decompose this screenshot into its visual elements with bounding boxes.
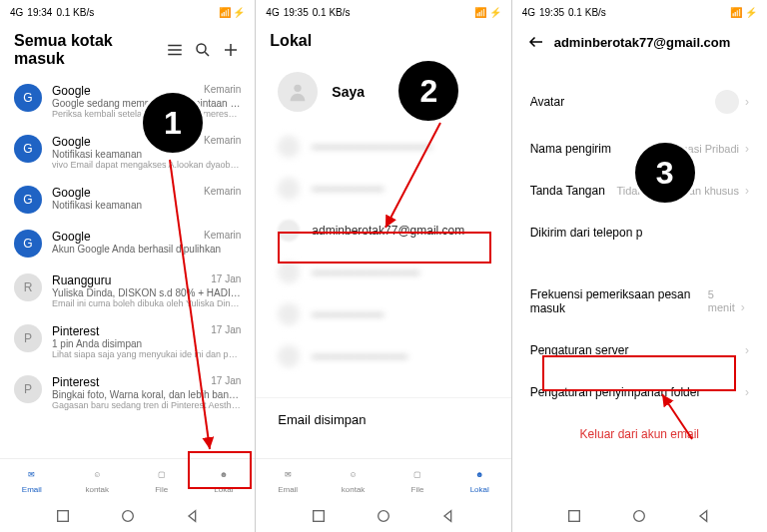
svg-rect-8 xyxy=(569,511,580,522)
account-email: adminberotak77@gmail.com xyxy=(312,224,464,238)
system-nav xyxy=(512,500,767,532)
sender: Google xyxy=(52,230,91,244)
preview: Gagasan baru sedang tren di Pinterest Ae… xyxy=(52,400,241,410)
account-row-selected[interactable]: adminberotak77@gmail.com xyxy=(256,210,510,252)
step-badge-1: 1 xyxy=(140,90,206,156)
nav-file[interactable]: ▢File xyxy=(408,465,426,494)
date: Kemarin xyxy=(204,186,241,200)
nav-lokal[interactable]: ☻Lokal xyxy=(470,465,489,494)
avatar-icon: G xyxy=(14,135,42,163)
chevron-right-icon: › xyxy=(745,142,749,156)
network-icon: 4G xyxy=(266,7,279,18)
status-speed: 0.1 KB/s xyxy=(56,7,94,18)
email-item[interactable]: RRuangguru17 JanYuliska Dinda, DISKON s.… xyxy=(0,266,255,316)
search-icon[interactable] xyxy=(193,40,213,60)
nav-email[interactable]: ✉Email xyxy=(278,465,298,494)
subject: Akun Google Anda berhasil dipulihkan xyxy=(52,244,241,255)
back-icon[interactable] xyxy=(185,508,201,524)
menu-icon[interactable] xyxy=(165,40,185,60)
avatar-icon: G xyxy=(14,186,42,214)
sender: Google xyxy=(52,84,91,98)
nav-lokal[interactable]: ☻Lokal xyxy=(214,465,233,494)
network-icon: 4G xyxy=(522,7,535,18)
status-bar: 4G19:340.1 KB/s 📶 ⚡ xyxy=(0,0,255,24)
status-time: 19:35 xyxy=(539,7,564,18)
status-speed: 0.1 KB/s xyxy=(568,7,606,18)
mail-icon xyxy=(278,262,300,283)
back-icon[interactable] xyxy=(526,32,546,52)
recent-icon[interactable] xyxy=(311,508,327,524)
subject: Notifikasi keamanan xyxy=(52,149,241,160)
email-item[interactable]: GGoogleKemarinGoogle sedang memproses pe… xyxy=(0,76,255,127)
sender: Google xyxy=(52,135,91,149)
status-time: 19:34 xyxy=(27,7,52,18)
subject: 1 pin Anda disimpan xyxy=(52,338,241,349)
profile-section[interactable]: Saya xyxy=(256,58,510,126)
home-icon[interactable] xyxy=(376,508,391,524)
settings-folder[interactable]: Pengaturan penyimpanan folder› xyxy=(512,371,767,413)
email-item[interactable]: GGoogleKemarinAkun Google Anda berhasil … xyxy=(0,222,255,266)
contact-icon: ☺ xyxy=(88,465,106,483)
recent-icon[interactable] xyxy=(55,508,71,524)
account-title: adminberotak77@gmail.com xyxy=(554,35,753,50)
network-icon: 4G xyxy=(10,7,23,18)
svg-point-9 xyxy=(634,511,645,522)
settings-dikirim[interactable]: Dikirim dari telepon p xyxy=(512,212,767,254)
sender: Pinterest xyxy=(52,324,99,338)
mail-icon xyxy=(278,136,300,158)
add-icon[interactable] xyxy=(221,40,241,60)
panel-inbox: 4G19:340.1 KB/s 📶 ⚡ Semua kotak masuk GG… xyxy=(0,0,256,532)
email-item[interactable]: GGoogleKemarinNotifikasi keamanan xyxy=(0,178,255,222)
status-icons: 📶 ⚡ xyxy=(474,7,501,18)
settings-server[interactable]: Pengaturan server› xyxy=(512,329,767,371)
date: 17 Jan xyxy=(211,375,241,389)
nav-file[interactable]: ▢File xyxy=(153,465,171,494)
contact-icon: ☺ xyxy=(345,465,363,483)
home-icon[interactable] xyxy=(631,508,647,524)
preview: Lihat siapa saja yang menyukai ide ini d… xyxy=(52,349,241,359)
account-row[interactable]: —————————— xyxy=(256,126,510,168)
person-icon: ☻ xyxy=(470,465,488,483)
avatar-preview-icon xyxy=(715,90,739,114)
profile-avatar-icon xyxy=(278,72,318,112)
svg-point-6 xyxy=(379,511,389,522)
back-icon[interactable] xyxy=(696,508,712,524)
avatar-icon: G xyxy=(14,230,42,258)
panel-lokal: 4G19:350.1 KB/s 📶 ⚡ Lokal Saya —————————… xyxy=(256,0,511,532)
date: Kemarin xyxy=(204,84,241,98)
email-item[interactable]: PPinterest17 Jan1 pin Anda disimpanLihat… xyxy=(0,316,255,367)
email-item[interactable]: PPinterest17 JanBingkai foto, Warna kora… xyxy=(0,367,255,418)
home-icon[interactable] xyxy=(120,508,136,524)
recent-icon[interactable] xyxy=(566,508,582,524)
svg-point-2 xyxy=(122,511,133,522)
email-item[interactable]: GGoogleKemarinNotifikasi keamananvivo Em… xyxy=(0,127,255,178)
svg-point-4 xyxy=(295,85,302,92)
bottom-nav: ✉Email ☺kontak ▢File ☻Lokal xyxy=(256,458,510,500)
system-nav xyxy=(0,500,255,532)
svg-rect-1 xyxy=(57,511,68,522)
saved-email-row[interactable]: Email disimpan xyxy=(256,397,510,441)
nav-email[interactable]: ✉Email xyxy=(22,465,42,494)
sender: Pinterest xyxy=(52,375,99,389)
email-domain: @gmail.com xyxy=(653,35,730,50)
date: Kemarin xyxy=(204,135,241,149)
avatar-icon: P xyxy=(14,324,42,352)
status-icons: 📶 ⚡ xyxy=(219,7,246,18)
account-row[interactable]: —————— xyxy=(256,293,510,335)
step-badge-2: 2 xyxy=(395,58,461,124)
nav-kontak[interactable]: ☺kontak xyxy=(85,465,109,494)
settings-frekuensi[interactable]: Frekuensi pemeriksaan pesan masuk5 menit… xyxy=(512,273,767,329)
logout-button[interactable]: Keluar dari akun email xyxy=(512,413,767,455)
nav-kontak[interactable]: ☺kontak xyxy=(342,465,366,494)
settings-avatar[interactable]: Avatar› xyxy=(512,76,767,128)
account-row[interactable]: ————————— xyxy=(256,252,510,293)
back-icon[interactable] xyxy=(440,508,456,524)
date: 17 Jan xyxy=(211,324,241,338)
account-row[interactable]: ———————— xyxy=(256,335,510,377)
account-row[interactable]: —————— xyxy=(256,168,510,210)
email-user: adminberotak77 xyxy=(554,35,654,50)
profile-name: Saya xyxy=(332,84,365,100)
header: Lokal xyxy=(256,24,510,58)
date: 17 Jan xyxy=(211,273,241,287)
svg-rect-5 xyxy=(314,511,325,522)
